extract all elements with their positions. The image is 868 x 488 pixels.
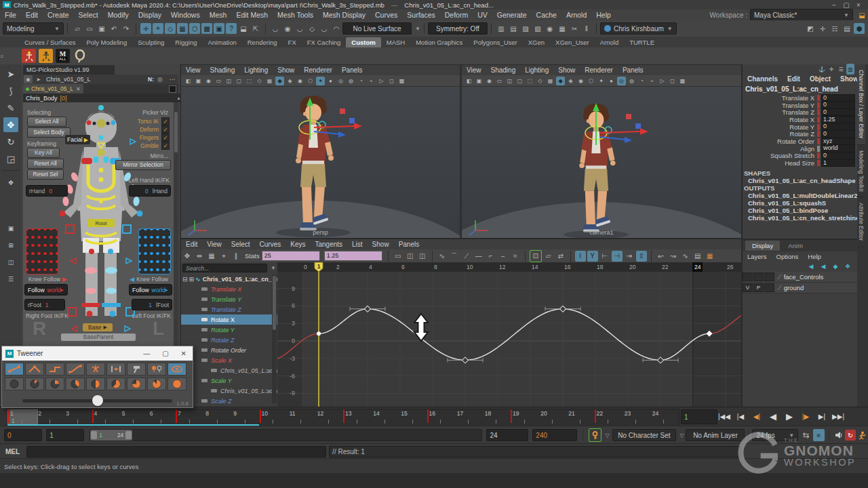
menu-item[interactable]: Edit Mesh (236, 11, 268, 19)
viewport-menu-item[interactable]: Lighting (525, 66, 549, 74)
output-node-name[interactable]: Chris_v01_05_L:cn_neck_stretchiness (743, 214, 858, 222)
viewport-menu-item[interactable]: Show (277, 66, 294, 74)
viewport-menu-item[interactable]: View (467, 66, 481, 74)
tweener-title-bar[interactable]: M Tweener — ▢ ✕ (2, 346, 193, 361)
graph-channel-row[interactable]: Scale Z (181, 396, 277, 406)
buffer-curve-icon[interactable]: ▱ (543, 251, 554, 262)
live-surface-field[interactable]: No Live Surface (342, 22, 412, 35)
mgpicker-all-shelf-button[interactable]: M ALL (56, 49, 70, 63)
output-node-name[interactable]: Chris_v01_05_L:bindPose (743, 207, 858, 214)
tweener-window[interactable]: M Tweener — ▢ ✕ 1.0.8 (1, 346, 193, 408)
graph-channel-row[interactable]: Rotate Y (181, 325, 277, 335)
vpicons2-icon[interactable]: ▢ (515, 77, 524, 85)
display-layer-row[interactable]: ⟋ face_Controls (743, 272, 858, 283)
shelf-tab[interactable]: Polygons_User (468, 37, 522, 47)
step-tangent-icon[interactable]: ⌐ (486, 251, 496, 262)
lasso-tool-icon[interactable]: ⟆ (3, 83, 18, 98)
tweener-lamps-button[interactable] (147, 363, 166, 375)
viewport-menu-item[interactable]: Shading (210, 66, 235, 74)
lock-selection-icon[interactable]: ⬓ (238, 23, 249, 34)
menu-item[interactable]: Edit (26, 11, 38, 19)
outliner-scrollbar[interactable] (272, 274, 277, 403)
vpicons2-icon[interactable]: ◎ (617, 77, 626, 85)
timeline-frame-number[interactable]: 14 (373, 410, 379, 417)
vpicons2-icon[interactable]: ⬡ (587, 77, 595, 85)
vpicons1-icon[interactable]: ▦ (265, 77, 274, 85)
open-scene-icon[interactable]: ▭ (84, 23, 95, 34)
channel-attribute-row[interactable]: Rotate Z 0 (743, 130, 855, 138)
shelf-tab[interactable]: Rigging (170, 37, 202, 47)
user-account-selector[interactable]: Chris Kirshbaum ▼ (600, 22, 677, 35)
timeline-frame-number[interactable]: 1 (10, 410, 14, 417)
animation-end-field[interactable]: 240 (532, 429, 577, 441)
value-snap-icon[interactable]: ⇳ (636, 251, 647, 262)
selmask-icon[interactable]: ▩ (201, 23, 212, 34)
undo-icon[interactable]: ↶ (108, 23, 119, 34)
vpicons1-icon[interactable]: ⌁ (367, 77, 376, 85)
character-set-selector[interactable]: No Character Set (612, 429, 677, 441)
rendericons-icon[interactable]: ▧ (532, 23, 543, 34)
vpicons1-icon[interactable]: ◔ (357, 77, 366, 85)
vpicons2-icon[interactable]: ◉ (576, 77, 585, 85)
stats-value-field[interactable]: 1.25 (324, 251, 382, 261)
rendericons-icon[interactable]: ▨ (520, 23, 531, 34)
tweener-burst-button[interactable] (86, 363, 105, 375)
shape-node-name[interactable]: Chris_v01_05_L:ac_cn_headShape (743, 177, 858, 184)
channel-attribute-row[interactable]: Translate Z 0 (743, 108, 855, 116)
sidebaricons-icon[interactable]: ◩ (805, 23, 816, 34)
frame-selection-icon[interactable]: ◫ (405, 251, 416, 262)
layer-visibility-toggle[interactable] (743, 272, 753, 281)
vpicons1-icon[interactable]: ◫ (224, 77, 233, 85)
shelf-tab[interactable]: FX Caching (302, 37, 347, 47)
graph-editor-menu-item[interactable]: Curves (260, 241, 281, 248)
picker-shelf-button-yellow[interactable] (39, 49, 53, 63)
rendericons-icon[interactable]: ‖ (581, 23, 592, 34)
range-slider-track[interactable]: 1 24 (90, 429, 482, 441)
graph-curve-canvas[interactable]: 9630-3-6-902468101214161820222426241 (277, 262, 741, 407)
viewport-canvas[interactable]: camera1 (462, 87, 741, 238)
channel-attribute-row[interactable]: Squash Stretch 0 (743, 152, 855, 160)
layout-single-pane-icon[interactable]: ▣ (3, 221, 18, 236)
tweener-pie-button[interactable] (147, 378, 166, 390)
close-button[interactable]: ✕ (181, 350, 186, 357)
timeline-frame-number[interactable]: 8 (205, 410, 209, 417)
vpicons2-icon[interactable]: ⌁ (648, 77, 656, 85)
playback-start-field[interactable]: 1 (46, 429, 84, 441)
redo-icon[interactable]: ↷ (121, 23, 132, 34)
layer-playback-toggle[interactable] (753, 272, 764, 281)
timeline-frame-number[interactable]: 4 (94, 410, 98, 417)
layout-outliner-icon[interactable]: ☰ (3, 272, 18, 287)
flat-tangent-icon[interactable]: — (473, 251, 484, 262)
shelf-tab[interactable]: TURTLE (624, 37, 660, 47)
expand-icon[interactable]: ⊞ (189, 276, 195, 283)
picker-viz-toggle[interactable]: Fingers ✓ (121, 134, 170, 142)
reset-all-button[interactable]: Reset All (27, 159, 64, 169)
sidebaricons-icon[interactable]: ▤ (842, 23, 852, 34)
channel-attribute-row[interactable]: Rotate X 1.25 (743, 116, 855, 123)
anim-layer-selector[interactable]: No Anim Layer (686, 429, 745, 441)
vpicons2-icon[interactable]: ◻ (668, 77, 677, 85)
shelf-tab[interactable]: MASH (381, 37, 410, 47)
menu-item[interactable]: Mesh Tools (277, 11, 313, 19)
range-slider-active[interactable]: 1 24 (90, 430, 132, 441)
menu-item[interactable]: Cache (536, 11, 557, 19)
vpicons2-icon[interactable]: ▣ (475, 77, 484, 85)
graph-editor-menu-item[interactable]: View (207, 241, 222, 248)
graph-channel-row[interactable]: Chris_v01_05_L:ac_cn_h (181, 365, 277, 375)
pre-infinity-icon[interactable]: ↜ (656, 251, 667, 262)
picker-more-icon[interactable]: ⋯ (167, 74, 178, 85)
layout-four-pane-icon[interactable]: ⊞ (3, 238, 18, 253)
vpicons1-icon[interactable]: ✦ (316, 77, 325, 85)
viewport-menu-item[interactable]: Shading (491, 66, 516, 74)
shelf-tab[interactable]: Arnold (595, 37, 624, 47)
channel-box-menu-item[interactable]: Channels (747, 75, 778, 83)
vpicons2-icon[interactable]: ▦ (546, 77, 555, 85)
picker-viz-toggle[interactable]: Torso IK ✓ (121, 117, 170, 125)
vpicons1-icon[interactable]: ◇ (255, 77, 264, 85)
insert-key-icon[interactable]: ⇹ (194, 251, 205, 262)
menu-item[interactable]: Create (47, 11, 69, 19)
menu-set-selector[interactable]: Modeling ▼ (3, 22, 64, 35)
tweener-pie-button[interactable] (66, 378, 85, 390)
vpicons1-icon[interactable]: ◍ (347, 77, 355, 85)
auto-keyframe-toggle[interactable] (589, 428, 601, 442)
